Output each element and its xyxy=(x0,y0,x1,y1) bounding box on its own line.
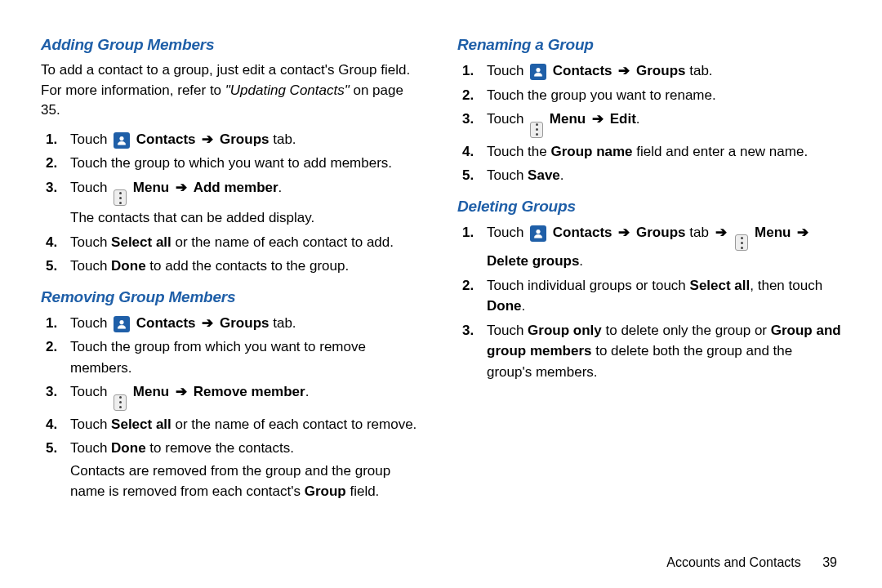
contacts-icon xyxy=(114,132,130,149)
step: Touch the group you want to rename. xyxy=(457,85,841,106)
text: . xyxy=(560,167,564,183)
label-menu: Menu xyxy=(755,225,791,240)
label-select-all: Select all xyxy=(111,234,172,250)
arrow-icon: ➔ xyxy=(173,180,189,195)
label-groups: Groups xyxy=(636,63,685,78)
label-groups: Groups xyxy=(220,315,269,331)
text: tab. xyxy=(685,63,712,78)
arrow-icon: ➔ xyxy=(590,111,606,127)
steps-removing: Touch Contacts ➔ Groups tab. Touch the g… xyxy=(41,313,425,502)
text: Touch xyxy=(70,258,111,274)
step: Touch Menu ➔ Edit. xyxy=(457,109,841,138)
left-column: Adding Group Members To add a contact to… xyxy=(41,33,425,572)
label-menu: Menu xyxy=(133,180,169,195)
arrow-icon: ➔ xyxy=(173,384,189,399)
label-group-only: Group only xyxy=(528,323,602,338)
step: Touch Save. xyxy=(457,165,841,186)
label-done: Done xyxy=(111,440,146,456)
label-group-name: Group name xyxy=(550,144,632,159)
text: Touch the xyxy=(487,144,550,159)
label-done: Done xyxy=(487,298,522,314)
text: , then touch xyxy=(750,278,822,293)
label-select-all: Select all xyxy=(111,416,172,432)
step: Touch Contacts ➔ Groups tab. xyxy=(457,60,841,82)
label-contacts: Contacts xyxy=(136,315,196,331)
text: Touch xyxy=(487,323,528,338)
label-menu: Menu xyxy=(550,111,586,127)
arrow-icon: ➔ xyxy=(795,225,811,240)
text: Touch xyxy=(70,315,111,331)
contacts-icon xyxy=(114,316,130,332)
text: Touch xyxy=(70,384,111,399)
label-add-member: Add member xyxy=(194,180,278,195)
text: Touch xyxy=(70,131,111,147)
text: Touch xyxy=(70,180,111,195)
step: Touch Done to remove the contacts. Conta… xyxy=(41,438,425,502)
menu-icon xyxy=(735,234,748,251)
text: to add the contacts to the group. xyxy=(146,258,350,274)
arrow-icon: ➔ xyxy=(199,315,216,331)
label-done: Done xyxy=(111,258,146,274)
label-edit: Edit xyxy=(610,111,636,127)
text: tab. xyxy=(269,131,296,147)
text: Touch xyxy=(487,111,528,127)
label-remove-member: Remove member xyxy=(194,384,305,399)
step: Touch the group to which you want to add… xyxy=(41,153,425,174)
step: Touch the Group name field and enter a n… xyxy=(457,141,841,163)
step: Touch Menu ➔ Add member. The contacts th… xyxy=(41,177,425,229)
menu-icon xyxy=(114,394,127,411)
right-column: Renaming a Group Touch Contacts ➔ Groups… xyxy=(457,33,841,572)
text: Touch individual groups or touch xyxy=(487,278,690,293)
menu-icon xyxy=(530,122,543,138)
svg-point-2 xyxy=(537,68,541,72)
step: Touch Menu ➔ Remove member. xyxy=(41,381,425,411)
contacts-icon xyxy=(530,64,546,80)
steps-deleting: Touch Contacts ➔ Groups tab ➔ Menu ➔ Del… xyxy=(457,222,841,383)
text: or the name of each contact to remove. xyxy=(172,416,417,432)
menu-icon xyxy=(114,189,127,206)
heading-removing-group-members: Removing Group Members xyxy=(41,288,425,306)
steps-renaming: Touch Contacts ➔ Groups tab. Touch the g… xyxy=(457,60,841,186)
text: to remove the contacts. xyxy=(146,440,294,456)
steps-adding: Touch Contacts ➔ Groups tab. Touch the g… xyxy=(41,129,425,277)
arrow-icon: ➔ xyxy=(199,131,216,147)
text: Touch xyxy=(70,416,111,432)
step: Touch the group from which you want to r… xyxy=(41,336,425,378)
text: Touch xyxy=(70,234,111,250)
page-footer: Accounts and Contacts 39 xyxy=(666,555,837,570)
text: field. xyxy=(346,483,380,499)
label-group: Group xyxy=(305,483,346,499)
text: tab xyxy=(685,225,712,240)
heading-deleting-groups: Deleting Groups xyxy=(457,198,841,216)
footer-section: Accounts and Contacts xyxy=(666,555,801,569)
arrow-icon: ➔ xyxy=(616,63,632,78)
label-select-all: Select all xyxy=(690,278,751,293)
svg-point-1 xyxy=(120,320,124,324)
substep: The contacts that can be added display. xyxy=(70,207,425,229)
step: Touch individual groups or touch Select … xyxy=(457,275,841,317)
text: Touch xyxy=(487,63,528,78)
label-menu: Menu xyxy=(133,384,169,399)
arrow-icon: ➔ xyxy=(616,225,632,240)
step: Touch Select all or the name of each con… xyxy=(41,414,425,435)
text: Touch xyxy=(487,225,528,240)
contacts-icon xyxy=(530,225,546,242)
text: Touch xyxy=(70,440,111,456)
intro-adding: To add a contact to a group, just edit a… xyxy=(41,60,425,121)
step: Touch Group only to delete only the grou… xyxy=(457,320,841,383)
text: or the name of each contact to add. xyxy=(172,234,394,250)
label-groups: Groups xyxy=(220,131,269,147)
svg-point-3 xyxy=(537,229,541,234)
label-save: Save xyxy=(528,167,560,183)
arrow-icon: ➔ xyxy=(713,225,729,240)
text: tab. xyxy=(269,315,296,331)
text: to delete only the group or xyxy=(602,323,771,338)
text: Touch xyxy=(487,167,528,183)
substep: Contacts are removed from the group and … xyxy=(70,461,425,502)
label-contacts: Contacts xyxy=(136,131,196,147)
page-number: 39 xyxy=(822,555,837,570)
step: Touch Contacts ➔ Groups tab. xyxy=(41,313,425,334)
step: Touch Contacts ➔ Groups tab ➔ Menu ➔ Del… xyxy=(457,222,841,272)
svg-point-0 xyxy=(120,136,124,140)
heading-renaming-a-group: Renaming a Group xyxy=(457,36,841,54)
